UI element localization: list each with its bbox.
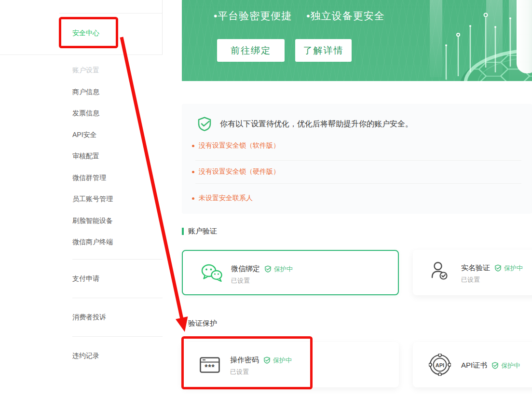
divider [72,259,163,260]
divider [0,55,163,55]
notice-item-label: 没有设置安全锁（硬件版） [199,167,280,176]
banner-point: •平台验密更便捷 [214,9,292,23]
sidebar-item-merchant-terminal[interactable]: 微信商户终端 [72,238,113,245]
divider [195,183,521,184]
card-real-name[interactable]: 实名验证 保护中 已设置 [413,250,532,295]
section-title: 验证保护 [188,319,217,328]
protection-status: 保护中 [494,264,523,273]
card-subtitle: 已设置 [461,275,480,284]
learn-more-button[interactable]: 了解详情 [295,39,352,62]
wechat-bubbles-icon [201,263,223,283]
protection-status: 保护中 [264,265,293,274]
banner-illustration [387,0,532,81]
shield-check-icon [491,362,499,369]
divider [72,298,163,298]
card-operation-password[interactable]: *** 操作密码 保护中 已设置 [182,342,399,387]
shield-check-icon [264,265,272,273]
card-title: 微信绑定 [231,264,260,274]
card-subtitle: 已设置 [230,368,249,376]
sidebar-item-audit-config[interactable]: 审核配置 [72,152,99,159]
sidebar-item-violation-record[interactable]: 违约记录 [72,352,99,359]
sidebar-item-face-device[interactable]: 刷脸智能设备 [72,217,113,224]
api-seal-icon: API [429,354,451,376]
security-center-page: 安全中心 账户设置 商户信息 发票信息 API安全 审核配置 微信群管理 员工账… [0,0,532,399]
sidebar-item-merchant-info[interactable]: 商户信息 [72,88,99,95]
card-wechat-bind[interactable]: 微信绑定 保护中 已设置 [182,250,399,295]
section-title: 账户验证 [188,227,217,236]
card-api-certificate[interactable]: API API证书 保护中 [413,342,532,387]
sidebar-border [162,0,163,55]
section-accent-bar [182,320,184,327]
card-title: 实名验证 [461,263,490,273]
notice-item-safelock-software[interactable]: 没有设置安全锁（软件版） [192,141,280,150]
shield-check-icon [263,357,271,364]
protection-status: 保护中 [491,361,520,370]
security-notice-panel: 你有以下设置待优化，优化后将帮助提升你的账户安全。 没有设置安全锁（软件版） 没… [182,104,532,214]
status-label: 保护中 [501,361,520,370]
sidebar-item-consumer-complaint[interactable]: 消费者投诉 [72,314,106,320]
notice-item-safe-contact[interactable]: 未设置安全联系人 [192,194,253,203]
sidebar-item-invoice-info[interactable]: 发票信息 [72,110,99,116]
notice-item-label: 没有设置安全锁（软件版） [199,141,280,150]
section-accent-bar [182,228,184,235]
promo-banner: •平台验密更便捷 •独立设备更安全 前往绑定 了解详情 [182,0,532,81]
section-header-account-verification: 账户验证 [182,227,217,236]
status-label: 保护中 [273,356,292,365]
shield-check-icon [494,264,502,272]
card-title: API证书 [461,361,487,370]
divider [59,13,163,14]
api-icon-label: API [436,362,444,368]
sidebar-item-account-settings[interactable]: 账户设置 [72,67,99,73]
banner-selling-points: •平台验密更便捷 •独立设备更安全 [214,9,385,23]
shield-check-icon [197,116,212,132]
password-mask: *** [205,363,215,371]
sidebar-item-payment-apply[interactable]: 支付申请 [72,275,99,282]
card-subtitle: 已设置 [231,276,250,285]
bullet-dot [192,171,194,173]
bullet-dot [192,197,194,200]
sidebar-item-staff-account[interactable]: 员工账号管理 [72,195,113,202]
go-bind-button[interactable]: 前往绑定 [217,39,285,62]
protection-status: 保护中 [263,356,292,365]
divider [72,336,163,337]
status-label: 保护中 [274,265,293,274]
notice-item-safelock-hardware[interactable]: 没有设置安全锁（硬件版） [192,167,280,176]
notice-item-label: 未设置安全联系人 [199,194,253,203]
divider [195,160,521,161]
banner-point: •独立设备更安全 [306,9,384,23]
sidebar: 安全中心 账户设置 商户信息 发票信息 API安全 审核配置 微信群管理 员工账… [0,0,163,399]
section-header-verification-protection: 验证保护 [182,319,217,328]
card-title: 操作密码 [230,356,259,365]
sidebar-item-wechat-group[interactable]: 微信群管理 [72,174,106,181]
status-label: 保护中 [504,264,523,273]
password-window-icon: *** [200,357,220,373]
sidebar-item-api-security[interactable]: API安全 [72,131,97,138]
notice-title: 你有以下设置待优化，优化后将帮助提升你的账户安全。 [220,119,413,129]
bullet-dot [192,145,194,147]
sidebar-item-security-center[interactable]: 安全中心 [72,29,99,36]
person-check-icon [431,261,448,280]
